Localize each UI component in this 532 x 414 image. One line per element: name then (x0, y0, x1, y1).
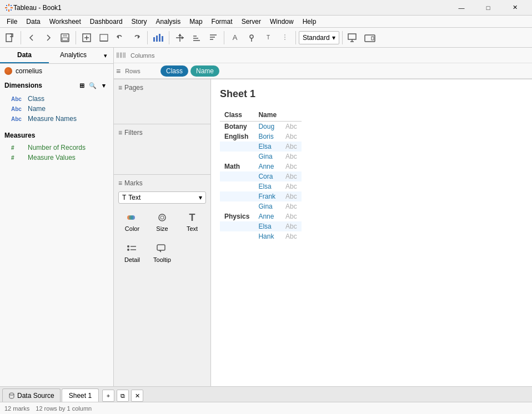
close-button[interactable]: ✕ (502, 0, 528, 16)
toolbar-chart-button[interactable] (150, 30, 166, 46)
measure-values-label: Measure Values (28, 154, 76, 161)
dimensions-grid-button[interactable]: ⊞ (77, 80, 87, 90)
datasource-icon (4, 67, 12, 75)
tooltip-label: Tooltip (153, 256, 171, 263)
field-name[interactable]: Abc Name (0, 104, 113, 114)
toolbar-forward-button[interactable] (41, 30, 56, 46)
abc-cell: Abc (281, 231, 302, 241)
svg-marker-26 (182, 36, 184, 39)
name-cell: Gina (254, 201, 281, 211)
svg-rect-36 (348, 34, 356, 39)
class-cell (220, 181, 254, 191)
marks-section: ≡ Marks T Text ▾ (114, 175, 210, 386)
redo-icon (132, 33, 142, 43)
tab-data[interactable]: Data (0, 48, 49, 63)
svg-point-46 (127, 245, 129, 248)
toolbar-device-button[interactable] (362, 30, 378, 46)
svg-point-52 (9, 393, 14, 395)
menu-window[interactable]: Window (265, 16, 298, 28)
svg-rect-10 (63, 34, 67, 37)
toolbar-label-button[interactable]: T (260, 30, 276, 46)
color-label: Color (125, 225, 139, 232)
mark-color-button[interactable]: Color (118, 207, 146, 236)
toolbar-sep-5 (224, 31, 224, 44)
menu-server[interactable]: Server (237, 16, 265, 28)
toolbar-pause-button[interactable] (96, 30, 111, 46)
maximize-button[interactable]: □ (475, 0, 501, 16)
marks-type-dropdown[interactable]: T Text ▾ (118, 191, 206, 204)
dup-sheet-button[interactable]: ⧉ (117, 390, 129, 402)
add-sheet-button[interactable]: + (102, 390, 114, 402)
menu-analysis[interactable]: Analysis (152, 16, 185, 28)
dimensions-header: Dimensions ⊞ 🔍 ▾ (0, 78, 113, 93)
marks-lines-icon: ≡ (118, 179, 122, 187)
measure-measure-values[interactable]: # Measure Values (0, 153, 113, 163)
svg-rect-15 (100, 34, 108, 41)
toolbar-standard-dropdown[interactable]: Standard ▾ (299, 31, 339, 44)
sheet-area: Sheet 1 Class Name BotanyDougAbcEnglishB… (211, 79, 532, 386)
pages-section: ≡ Pages (114, 79, 210, 124)
mark-detail-button[interactable]: Detail (118, 238, 146, 267)
rows-pill-name[interactable]: Name (190, 65, 219, 77)
standard-label: Standard (303, 34, 330, 42)
menu-worksheet[interactable]: Worksheet (45, 16, 86, 28)
menu-file[interactable]: File (2, 16, 22, 28)
status-bar: 12 marks 12 rows by 1 column (0, 402, 532, 414)
toolbar-sep-4 (169, 31, 169, 44)
sheet-tab-1[interactable]: Sheet 1 (62, 388, 99, 402)
field-class[interactable]: Abc Class (0, 94, 113, 104)
toolbar-redo-button[interactable] (129, 30, 144, 46)
marks-label: ≡ Marks (118, 177, 206, 189)
toolbar-save-button[interactable] (57, 30, 73, 46)
abc-cell: Abc (281, 221, 302, 231)
measure-number-of-records[interactable]: # Number of Records (0, 143, 113, 153)
mark-tooltip-button[interactable]: Tooltip (148, 238, 176, 267)
filters-lines-icon: ≡ (118, 129, 122, 137)
abc-cell: Abc (281, 171, 302, 181)
text-mark-icon-btn: T (189, 211, 195, 224)
dimensions-more-button[interactable]: ▾ (99, 80, 109, 90)
svg-rect-5 (11, 5, 12, 6)
tab-analytics[interactable]: Analytics (49, 48, 98, 63)
menu-data[interactable]: Data (22, 16, 44, 28)
datasource-tab[interactable]: Data Source (2, 388, 61, 402)
svg-rect-11 (62, 38, 68, 41)
toolbar-sort-asc-button[interactable] (189, 30, 204, 46)
name-cell: Elsa (254, 221, 281, 231)
rows-pill-class[interactable]: Class (160, 65, 188, 77)
field-measure-names[interactable]: Abc Measure Names (0, 114, 113, 124)
device-icon (364, 33, 376, 43)
toolbar-sep-6 (295, 31, 296, 44)
svg-rect-20 (156, 36, 158, 42)
toolbar-new-button[interactable] (2, 30, 18, 46)
svg-rect-4 (6, 5, 7, 6)
data-analytics-tabs: Data Analytics ▾ (0, 48, 113, 64)
svg-rect-40 (372, 37, 374, 40)
dimensions-search-button[interactable]: 🔍 (88, 80, 98, 90)
menu-story[interactable]: Story (127, 16, 152, 28)
minimize-button[interactable]: — (449, 0, 474, 16)
toolbar-back-button[interactable] (24, 30, 39, 46)
filters-body (118, 139, 206, 172)
mark-text-button[interactable]: T Text (178, 207, 206, 236)
toolbar-swap-button[interactable] (172, 30, 188, 46)
mark-size-button[interactable]: Size (148, 207, 176, 236)
toolbar-highlight-button[interactable]: A (227, 30, 243, 46)
menu-format[interactable]: Format (207, 16, 237, 28)
measures-label: Measures (4, 132, 35, 139)
rows-shelf: ≡ Rows Class Name (114, 63, 532, 79)
menu-dashboard[interactable]: Dashboard (86, 16, 127, 28)
table-row: FrankAbc (220, 191, 302, 201)
toolbar-pin-button[interactable] (244, 30, 259, 46)
menu-map[interactable]: Map (185, 16, 207, 28)
toolbar-sort-desc-button[interactable] (205, 30, 221, 46)
panel-options-button[interactable]: ▾ (100, 50, 111, 61)
del-sheet-button[interactable]: ✕ (131, 390, 143, 402)
toolbar-fix-button[interactable] (277, 30, 293, 46)
toolbar-addsheet-button[interactable] (79, 30, 94, 46)
toolbar-undo-button[interactable] (112, 30, 128, 46)
pages-label: ≡ Pages (118, 82, 206, 94)
svg-marker-51 (159, 250, 161, 253)
menu-help[interactable]: Help (298, 16, 321, 28)
toolbar-present-button[interactable] (345, 30, 361, 46)
